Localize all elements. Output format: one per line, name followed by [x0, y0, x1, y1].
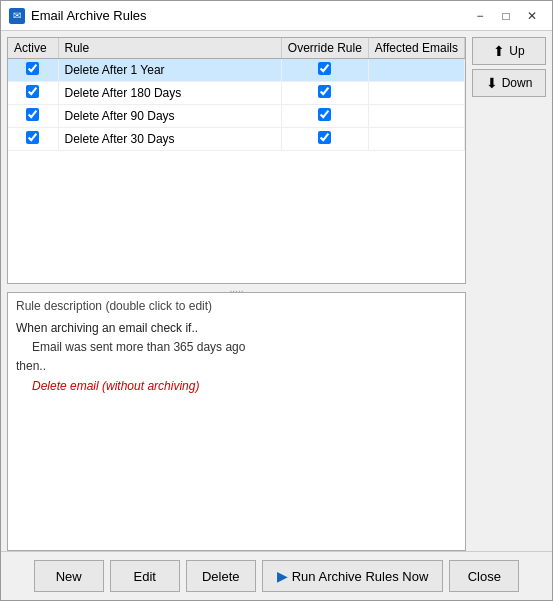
col-affected: Affected Emails [368, 38, 464, 59]
description-body: When archiving an email check if.. Email… [16, 319, 457, 396]
override-checkbox[interactable] [318, 85, 331, 98]
desc-then: then.. [16, 357, 457, 376]
sidebar-panel: ⬆ Up ⬇ Down [472, 31, 552, 551]
table-row[interactable]: Delete After 30 Days [8, 128, 465, 151]
rules-table-container: Active Rule Override Rule Affected Email… [7, 37, 466, 284]
up-label: Up [509, 44, 524, 58]
main-panel: Active Rule Override Rule Affected Email… [1, 31, 472, 551]
row-affected-cell [368, 59, 464, 82]
active-checkbox[interactable] [26, 62, 39, 75]
row-rule-name: Delete After 30 Days [58, 128, 281, 151]
down-label: Down [502, 76, 533, 90]
content-area: Active Rule Override Rule Affected Email… [1, 31, 552, 551]
col-active: Active [8, 38, 58, 59]
row-override-cell [281, 128, 368, 151]
description-title: Rule description (double click to edit) [16, 299, 457, 313]
active-checkbox[interactable] [26, 85, 39, 98]
bottom-bar: New Edit Delete ▶ Run Archive Rules Now … [1, 551, 552, 600]
up-arrow-icon: ⬆ [493, 43, 505, 59]
maximize-button[interactable]: □ [494, 6, 518, 26]
override-checkbox[interactable] [318, 62, 331, 75]
minimize-button[interactable]: − [468, 6, 492, 26]
desc-line1: When archiving an email check if.. [16, 319, 457, 338]
override-checkbox[interactable] [318, 131, 331, 144]
row-rule-name: Delete After 1 Year [58, 59, 281, 82]
run-button[interactable]: ▶ Run Archive Rules Now [262, 560, 444, 592]
up-button[interactable]: ⬆ Up [472, 37, 546, 65]
col-rule: Rule [58, 38, 281, 59]
down-button[interactable]: ⬇ Down [472, 69, 546, 97]
desc-action: Delete email (without archiving) [32, 377, 457, 396]
row-active-cell [8, 105, 58, 128]
row-override-cell [281, 82, 368, 105]
window-title: Email Archive Rules [31, 8, 468, 23]
description-panel: Rule description (double click to edit) … [7, 292, 466, 551]
row-active-cell [8, 82, 58, 105]
title-bar-controls: − □ ✕ [468, 6, 544, 26]
desc-condition: Email was sent more than 365 days ago [32, 338, 457, 357]
resize-handle[interactable]: ..... [7, 284, 466, 292]
active-checkbox[interactable] [26, 131, 39, 144]
delete-button[interactable]: Delete [186, 560, 256, 592]
override-checkbox[interactable] [318, 108, 331, 121]
close-button[interactable]: Close [449, 560, 519, 592]
row-affected-cell [368, 82, 464, 105]
table-row[interactable]: Delete After 1 Year [8, 59, 465, 82]
row-rule-name: Delete After 180 Days [58, 82, 281, 105]
rules-table: Active Rule Override Rule Affected Email… [8, 38, 465, 151]
title-close-button[interactable]: ✕ [520, 6, 544, 26]
row-active-cell [8, 128, 58, 151]
run-label: Run Archive Rules Now [292, 569, 429, 584]
window-icon: ✉ [9, 8, 25, 24]
row-override-cell [281, 59, 368, 82]
new-button[interactable]: New [34, 560, 104, 592]
run-icon: ▶ [277, 568, 288, 584]
main-window: ✉ Email Archive Rules − □ ✕ Active Rule … [0, 0, 553, 601]
row-rule-name: Delete After 90 Days [58, 105, 281, 128]
down-arrow-icon: ⬇ [486, 75, 498, 91]
col-override: Override Rule [281, 38, 368, 59]
row-affected-cell [368, 128, 464, 151]
table-row[interactable]: Delete After 90 Days [8, 105, 465, 128]
row-affected-cell [368, 105, 464, 128]
title-bar: ✉ Email Archive Rules − □ ✕ [1, 1, 552, 31]
table-row[interactable]: Delete After 180 Days [8, 82, 465, 105]
row-active-cell [8, 59, 58, 82]
edit-button[interactable]: Edit [110, 560, 180, 592]
row-override-cell [281, 105, 368, 128]
active-checkbox[interactable] [26, 108, 39, 121]
